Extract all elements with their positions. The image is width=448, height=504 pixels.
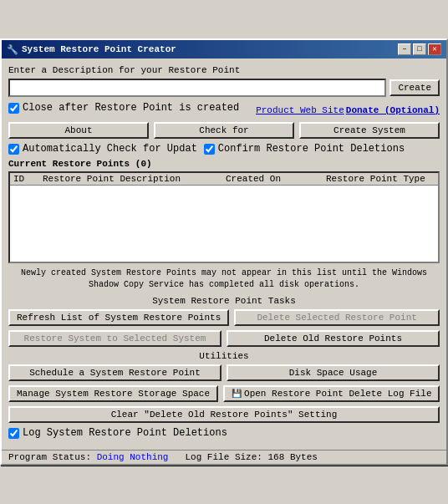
status-bar: Program Status: Doing Nothing Log File S… <box>2 450 446 464</box>
notice-text: Newly created System Restore Points may … <box>8 267 440 291</box>
refresh-button[interactable]: Refresh List of System Restore Points <box>8 309 229 326</box>
create-button[interactable]: Create <box>389 79 440 96</box>
about-buttons-row: About Check for Create System <box>8 122 440 139</box>
open-log-label: Open Restore Point Delete Log File <box>244 389 431 399</box>
delete-old-button[interactable]: Delete Old Restore Points <box>227 330 440 347</box>
close-button[interactable]: ✕ <box>428 43 441 55</box>
about-button[interactable]: About <box>8 122 149 139</box>
confirm-deletions-checkbox[interactable] <box>204 144 215 155</box>
status-label: Program Status: <box>8 452 91 462</box>
description-label: Enter a Description for your Restore Poi… <box>8 65 440 75</box>
tasks-title: System Restore Point Tasks <box>8 296 440 306</box>
restore-system-button[interactable]: Restore System to Selected System <box>8 330 221 347</box>
manage-button[interactable]: Manage System Restore Storage Space <box>8 385 218 402</box>
donate-link[interactable]: Donate (Optional) <box>346 105 440 115</box>
confirm-deletions-right: Confirm Restore Point Deletions <box>204 143 405 155</box>
delete-selected-button[interactable]: Delete Selected Restore Point <box>234 309 440 326</box>
main-window: 🔧 System Restore Point Creator – □ ✕ Ent… <box>0 38 448 466</box>
confirm-deletions-label: Confirm Restore Point Deletions <box>218 143 405 155</box>
col-created-header: Created On <box>226 174 326 184</box>
auto-check-checkbox[interactable] <box>8 144 19 155</box>
title-icon: 🔧 <box>7 44 18 55</box>
col-id-header: ID <box>13 174 43 184</box>
notice-text-1: Newly created System Restore Points may … <box>21 268 427 277</box>
tasks-row-2: Restore System to Selected System Delete… <box>8 330 440 347</box>
utilities-title: Utilities <box>8 351 440 361</box>
program-status: Program Status: Doing Nothing <box>8 452 168 462</box>
log-deletions-checkbox[interactable] <box>8 428 19 439</box>
window-title: System Restore Point Creator <box>22 44 176 54</box>
utilities-row-2: Manage System Restore Storage Space 💾 Op… <box>8 385 440 402</box>
description-input-row: Create <box>8 79 440 97</box>
clear-button[interactable]: Clear "Delete Old Restore Points" Settin… <box>8 406 440 423</box>
notice-text-2: Shadow Copy Service has completed all di… <box>89 280 359 289</box>
auto-check-row: Automatically Check for Updat Confirm Re… <box>8 143 440 155</box>
table-body <box>10 186 438 261</box>
content-area: Enter a Description for your Restore Poi… <box>2 59 446 450</box>
status-value: Doing Nothing <box>97 452 169 462</box>
table-headers: ID Restore Point Description Created On … <box>10 173 438 186</box>
log-deletions-label: Log System Restore Point Deletions <box>23 427 227 439</box>
utilities-row-1: Schedule a System Restore Point Disk Spa… <box>8 364 440 381</box>
tasks-row-1: Refresh List of System Restore Points De… <box>8 309 440 326</box>
description-input[interactable] <box>8 79 386 97</box>
utilities-row-3: Clear "Delete Old Restore Points" Settin… <box>8 406 440 423</box>
restore-points-table: ID Restore Point Description Created On … <box>8 171 440 263</box>
title-bar-buttons: – □ ✕ <box>398 43 441 55</box>
col-type-header: Restore Point Type <box>326 174 435 184</box>
close-after-checkbox-row: Close after Restore Point is created <box>8 102 239 114</box>
disk-space-button[interactable]: Disk Space Usage <box>227 364 440 381</box>
close-after-label: Close after Restore Point is created <box>23 102 239 114</box>
close-after-checkbox[interactable] <box>8 103 19 114</box>
minimize-button[interactable]: – <box>398 43 411 55</box>
auto-check-left: Automatically Check for Updat <box>8 143 197 155</box>
floppy-icon: 💾 <box>232 389 242 399</box>
log-size-value: 168 Bytes <box>268 452 318 462</box>
create-system-button[interactable]: Create System <box>299 122 440 139</box>
auto-check-label: Automatically Check for Updat <box>23 143 197 155</box>
title-bar: 🔧 System Restore Point Creator – □ ✕ <box>2 40 446 59</box>
open-log-button[interactable]: 💾 Open Restore Point Delete Log File <box>223 385 440 402</box>
log-deletions-row: Log System Restore Point Deletions <box>8 427 440 439</box>
schedule-button[interactable]: Schedule a System Restore Point <box>8 364 221 381</box>
log-size: Log File Size: 168 Bytes <box>185 452 317 462</box>
links-row: Product Web Site Donate (Optional) <box>256 105 440 115</box>
log-size-label: Log File Size: <box>185 452 262 462</box>
col-desc-header: Restore Point Description <box>43 174 226 184</box>
close-after-row: Close after Restore Point is created Pro… <box>8 102 440 118</box>
title-bar-left: 🔧 System Restore Point Creator <box>7 44 176 55</box>
product-link[interactable]: Product Web Site <box>256 105 344 115</box>
current-restore-points-label: Current Restore Points (0) <box>8 159 440 169</box>
check-for-button[interactable]: Check for <box>154 122 294 139</box>
maximize-button[interactable]: □ <box>413 43 426 55</box>
